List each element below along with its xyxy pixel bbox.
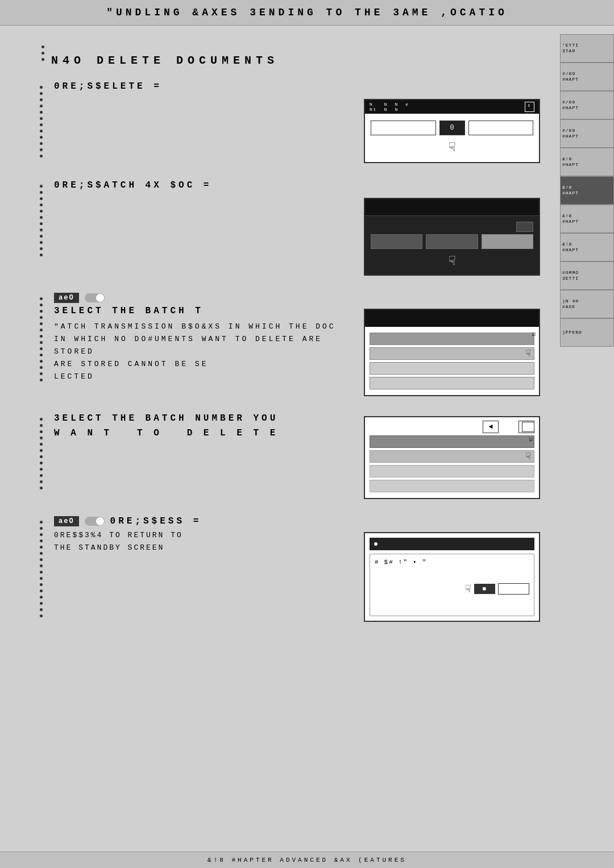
bullet	[40, 222, 43, 225]
bullet	[40, 185, 43, 188]
list-row-4	[370, 377, 534, 389]
sidebar-item-ch09-1[interactable]: #/09#HAPT	[560, 63, 614, 91]
white-dot	[374, 542, 377, 546]
step4-label-2: W A N T T O D E L E T E	[54, 428, 364, 438]
mockup1-header: N Nt N N N N e t	[365, 100, 539, 114]
bullet	[40, 614, 43, 617]
standby-confirm-btn[interactable]: ■	[474, 584, 496, 594]
mockup5-btn-row: ☟ ■	[375, 583, 529, 595]
bullet	[40, 468, 43, 471]
step5-main: 0RE$$3%4 TO RETURN TO THE STANDBY SCREEN	[54, 529, 540, 633]
bullet	[40, 360, 43, 363]
bullet	[40, 462, 43, 464]
sidebar-item-ch18-2[interactable]: &!8#HAPT	[560, 176, 614, 205]
sidebar-item-ch09-3[interactable]: #/09#HAPT	[560, 119, 614, 148]
bullet	[40, 366, 43, 369]
step5-row: aeO 0RE;S$ESS = 0RE$$3%4 TO RETURN TO TH…	[34, 516, 540, 633]
bullet	[40, 335, 43, 338]
bullet	[40, 443, 43, 446]
sidebar-item-settings-start[interactable]: 'ETTI 3TAR	[560, 34, 614, 63]
bullet-col-step1	[34, 81, 48, 159]
bullet	[40, 98, 43, 101]
mockup2-btn2	[426, 234, 478, 249]
sidebar-label: #/09#HAPT	[562, 128, 612, 140]
bullet-column	[34, 43, 51, 63]
header-label-1: N Nt	[370, 102, 377, 112]
bullet	[40, 111, 43, 114]
bullet	[40, 130, 43, 132]
page-header: "UNDLING &AXES 3ENDING TO THE 3AME ,OCAT…	[0, 0, 614, 26]
screen-mockup-5: # $# !" • " ☟ ■	[364, 532, 540, 622]
toggle-knob-2	[96, 517, 104, 525]
bullet	[40, 533, 43, 536]
bullet	[40, 136, 43, 139]
bullet	[40, 316, 43, 319]
right-sidebar: 'ETTI 3TAR #/09#HAPT #/09#HAPT #/09#HAPT…	[560, 34, 614, 347]
step3-instruction: "ATCH TRANSMISSION B$O&XS IN WHICH THE D…	[54, 321, 364, 383]
sidebar-item-in4h[interactable]: )N 4H#ASE	[560, 290, 614, 318]
sidebar-label: #/09#HAPT	[562, 99, 612, 111]
mockup4-body: ◄ ► ☑ ☟	[365, 417, 539, 498]
header-label-2: N N	[384, 102, 388, 112]
bullet	[40, 197, 43, 200]
toggle-knob	[96, 294, 104, 302]
mockup2-hand: ☟	[371, 254, 533, 269]
mockup2-btn-row	[371, 234, 533, 249]
sidebar-item-ch18-1[interactable]: &!8#HAPT	[560, 148, 614, 176]
nav-arrow-left[interactable]: ◄	[483, 421, 499, 433]
sidebar-label: #/09#HAPT	[562, 71, 612, 83]
sidebar-item-common[interactable]: #OMMO3ETTI	[560, 261, 614, 290]
screen-mockup-2: ☟	[364, 198, 540, 276]
bullet	[40, 480, 43, 483]
toggle-1[interactable]	[85, 293, 105, 302]
hand-icon-4: ☟	[525, 451, 531, 462]
bullet	[40, 86, 43, 89]
step5-badge-row: aeO 0RE;S$ESS =	[54, 516, 540, 526]
step2-label: 0RE;S$ATCH 4X $OC =	[54, 180, 540, 190]
sidebar-item-append[interactable]: )PPEND	[560, 318, 614, 347]
sidebar-item-ch09-2[interactable]: #/09#HAPT	[560, 91, 614, 119]
standby-text-s: $#	[384, 559, 394, 566]
bullet	[40, 105, 43, 107]
bullet	[40, 322, 43, 325]
step3-main: 3ELECT THE BATCH T "ATCH TRANSMISSION B$…	[54, 306, 540, 408]
bullet	[40, 418, 43, 421]
corner-check-4: ☑	[529, 435, 533, 443]
mockup2-btn3-selected	[482, 234, 533, 249]
standby-text-quote2: "	[422, 559, 428, 566]
header-label-3: N N	[395, 102, 399, 112]
bullet	[40, 455, 43, 458]
header-label-4: e	[405, 102, 409, 112]
mockup1-box-left	[371, 121, 436, 135]
step5-content: aeO 0RE;S$ESS = 0RE$$3%4 TO RETURN TO TH…	[48, 516, 540, 633]
standby-text-quote: !"	[399, 559, 408, 566]
bullet	[40, 546, 43, 549]
step4-text-side: 3ELECT THE BATCH NUMBER YOU W A N T T O …	[54, 413, 364, 443]
step3-badge-row: aeO	[54, 293, 540, 303]
step2-content: 0RE;S$ATCH 4X $OC =	[48, 180, 540, 287]
sidebar-label: 'ETTI 3TAR	[562, 43, 612, 55]
bullet	[40, 297, 43, 300]
sidebar-item-ch18-4[interactable]: &!8#HAPT	[560, 233, 614, 261]
bullet	[40, 608, 43, 611]
bullet	[40, 142, 43, 145]
standby-text-dot: •	[413, 559, 418, 566]
screen-mockup-3: ☑ ☟	[364, 309, 540, 396]
footer-text: &!8 #HAPTER ADVANCED &AX (EATURES	[208, 857, 406, 863]
mockup3-body: ☑ ☟	[365, 327, 539, 395]
bullet	[40, 577, 43, 580]
bullet	[40, 117, 43, 120]
standby-cancel-btn[interactable]	[498, 583, 529, 595]
bullet	[40, 123, 43, 126]
bullet	[40, 558, 43, 561]
step4-label: 3ELECT THE BATCH NUMBER YOU	[54, 413, 364, 423]
hand-icon: ☟	[525, 348, 531, 359]
bullet	[40, 602, 43, 605]
mockup2-btn1	[371, 234, 422, 249]
bullet	[40, 203, 43, 206]
toggle-2[interactable]	[85, 517, 105, 526]
bullet	[40, 571, 43, 574]
bullet	[40, 254, 43, 256]
sidebar-item-ch18-3[interactable]: &!8#HAPT	[560, 205, 614, 233]
step5-text-side: 0RE$$3%4 TO RETURN TO THE STANDBY SCREEN	[54, 529, 364, 554]
